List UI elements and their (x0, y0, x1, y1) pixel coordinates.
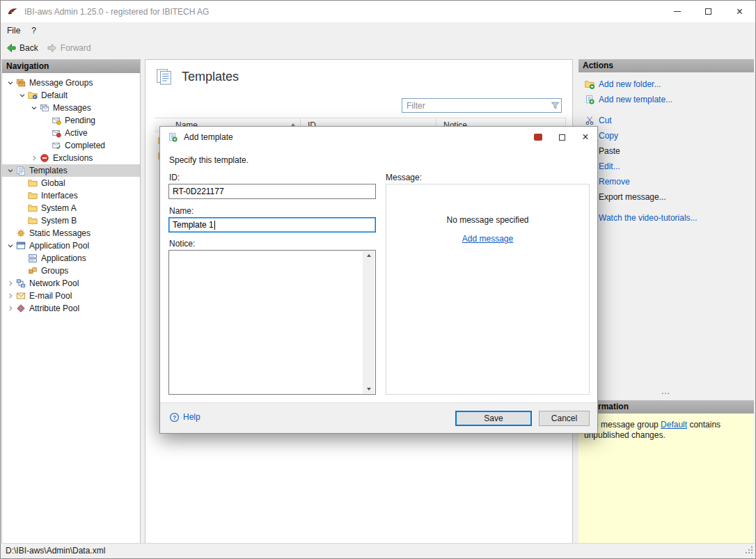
tree-item-label: Static Messages (29, 228, 94, 238)
message-label: Message: (386, 173, 422, 182)
action-cut[interactable]: Cut (578, 113, 754, 128)
help-link[interactable]: ? Help (168, 411, 200, 423)
exclusions-icon (39, 152, 50, 164)
app-window: IBI-aws Admin 1.25.0 - registered for IB… (0, 0, 756, 559)
scroll-up-icon[interactable] (367, 254, 371, 257)
maximize-button[interactable] (693, 1, 724, 22)
folder-icon (27, 215, 38, 226)
action-label: Cut (599, 116, 612, 125)
resize-grip[interactable] (744, 545, 754, 557)
tree-item-groups[interactable]: Groups (2, 265, 140, 277)
tree-item-default[interactable]: Default (2, 89, 140, 102)
twisty-spacer (17, 190, 27, 201)
chevron-collapsed-icon[interactable] (5, 290, 15, 301)
actions-list: Add new folder...Add new template...CutC… (578, 72, 754, 226)
twisty-spacer (17, 178, 27, 189)
tree-item-completed[interactable]: Completed (2, 139, 140, 152)
tree-item-application-pool[interactable]: Application Pool (2, 239, 140, 252)
tree-item-applications[interactable]: Applications (2, 252, 140, 265)
tree-item-e-mail-pool[interactable]: E-mail Pool (2, 290, 140, 302)
window-title: IBI-aws Admin 1.25.0 - registered for IB… (24, 7, 209, 17)
cancel-button[interactable]: Cancel (539, 411, 590, 426)
tree-item-label: Default (41, 90, 71, 100)
chevron-collapsed-icon[interactable] (29, 152, 39, 164)
tree-item-global[interactable]: Global (2, 177, 140, 189)
dialog-minimize-button[interactable] (526, 127, 550, 148)
tree-item-exclusions[interactable]: Exclusions (2, 152, 140, 164)
menu-file[interactable]: File (1, 24, 26, 38)
page-title: Templates (182, 70, 239, 84)
active-icon (51, 127, 62, 139)
message-panel: No message specified Add message (386, 184, 590, 395)
default-group-link[interactable]: Default (661, 420, 687, 430)
filter-funnel-icon[interactable] (549, 100, 561, 111)
action-copy[interactable]: Copy (578, 128, 754, 143)
data-file-path: D:\IBI-aws\Admin\Data.xml (6, 546, 105, 556)
tree-item-label: Messages (53, 103, 95, 113)
action-add-new-template[interactable]: Add new template... (578, 92, 754, 107)
name-input[interactable]: Template 1 (168, 217, 376, 233)
notice-textarea[interactable] (168, 250, 376, 395)
dialog-footer: ? Help Save Cancel (160, 402, 597, 433)
templates-page-icon (155, 68, 173, 86)
tree-item-interfaces[interactable]: Interfaces (2, 189, 140, 202)
tree-item-label: Completed (65, 141, 109, 150)
maximize-icon (559, 134, 565, 141)
scroll-down-icon[interactable] (367, 388, 371, 391)
chevron-expanded-icon[interactable] (29, 102, 39, 113)
action-label: Watch the video-tutorials... (599, 213, 698, 223)
tree-item-messages[interactable]: Messages (2, 102, 140, 114)
tree-item-static-messages[interactable]: Static Messages (2, 227, 140, 239)
tree-item-network-pool[interactable]: Network Pool (2, 277, 140, 290)
forward-arrow-icon (47, 42, 58, 54)
notice-scrollbar[interactable] (363, 251, 375, 393)
chevron-expanded-icon[interactable] (5, 240, 15, 251)
filter-input[interactable] (402, 101, 549, 111)
titlebar: IBI-aws Admin 1.25.0 - registered for IB… (1, 1, 755, 22)
name-label: Name: (169, 206, 194, 216)
minimize-icon (674, 11, 681, 12)
no-message-text: No message specified (386, 215, 589, 225)
dialog-close-button[interactable]: × (574, 127, 597, 148)
tree-item-label: System B (41, 216, 80, 226)
chevron-expanded-icon[interactable] (17, 90, 27, 101)
close-button[interactable]: × (724, 1, 755, 22)
id-label: ID: (169, 173, 180, 182)
tree-item-attribute-pool[interactable]: Attribute Pool (2, 302, 140, 315)
action-label: Remove (599, 177, 630, 187)
tree-item-system-a[interactable]: System A (2, 202, 140, 214)
action-edit[interactable]: Edit... (578, 159, 754, 174)
action-remove[interactable]: Remove (578, 174, 754, 189)
twisty-spacer (5, 228, 15, 239)
save-button[interactable]: Save (455, 411, 532, 426)
add-folder-icon (584, 79, 595, 90)
back-button[interactable]: Back (1, 41, 42, 55)
messages-icon (39, 102, 50, 113)
tree-item-pending[interactable]: Pending (2, 114, 140, 127)
dialog-maximize-button[interactable] (550, 127, 574, 148)
tree-item-system-b[interactable]: System B (2, 214, 140, 227)
action-watch-the-video-tutorials[interactable]: Watch the video-tutorials... (578, 210, 754, 226)
tree-item-label: Global (41, 178, 69, 188)
chevron-collapsed-icon[interactable] (5, 303, 15, 314)
information-box: The message group Default contains unpub… (578, 414, 754, 544)
chevron-collapsed-icon[interactable] (5, 278, 15, 289)
back-arrow-icon (6, 42, 17, 54)
chevron-expanded-icon[interactable] (5, 77, 15, 88)
action-add-new-folder[interactable]: Add new folder... (578, 77, 754, 92)
tree-item-label: Message Groups (29, 78, 96, 88)
menu-help[interactable]: ? (26, 24, 42, 38)
minimize-button[interactable] (661, 1, 693, 22)
minimize-red-icon (534, 134, 542, 141)
twisty-spacer (40, 140, 51, 151)
chevron-expanded-icon[interactable] (5, 165, 15, 176)
tree-item-label: Attribute Pool (29, 304, 83, 313)
tree-item-active[interactable]: Active (2, 127, 140, 139)
add-message-link[interactable]: Add message (462, 234, 513, 244)
panel-splitter[interactable]: … (578, 388, 754, 395)
id-input[interactable] (168, 184, 376, 199)
tree-item-templates[interactable]: Templates (2, 164, 140, 177)
email-pool-icon (15, 290, 26, 301)
dialog-subtitle: Specify this template. (169, 155, 249, 165)
tree-item-message-groups[interactable]: Message Groups (2, 77, 140, 89)
